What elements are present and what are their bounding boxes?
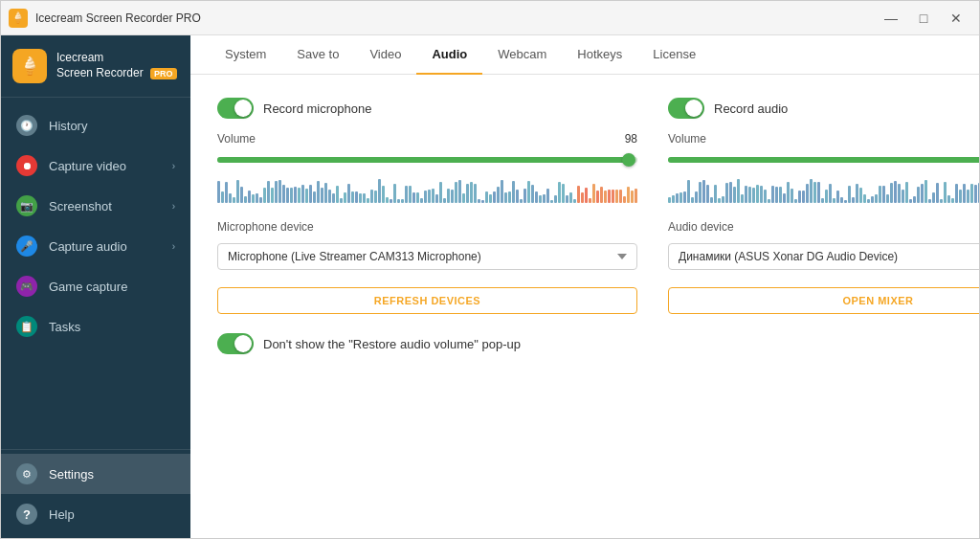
sidebar-item-capture-video[interactable]: ⏺ Capture video › [1,146,190,186]
sidebar-label-history: History [49,119,87,133]
chevron-icon-screenshot: › [172,201,175,212]
microphone-section: Record microphone Volume 98 [217,98,637,314]
maximize-button[interactable]: □ [908,5,939,32]
chevron-icon-capture-video: › [172,161,175,171]
tab-webcam[interactable]: Webcam [482,35,562,75]
sidebar-item-capture-audio[interactable]: 🎤 Capture audio › [1,226,190,266]
mic-device-label: Microphone device [217,220,637,234]
sidebar-logo: 🍦 [12,49,47,83]
sidebar-label-settings: Settings [49,467,94,482]
game-capture-icon: 🎮 [16,276,37,297]
sidebar-item-history[interactable]: 🕐 History [1,105,190,146]
mic-toggle-row: Record microphone [217,98,637,119]
tab-save-to[interactable]: Save to [281,35,354,75]
sidebar-label-tasks: Tasks [49,320,80,334]
audio-section: Record audio Volume 100 [668,98,979,314]
audio-toggle-label: Record audio [714,101,788,116]
audio-slider-container[interactable] [668,157,979,163]
mic-volume-row: Volume 98 [217,132,637,146]
mic-toggle[interactable] [217,98,254,119]
settings-icon: ⚙ [16,463,37,484]
app-name-line1: Icecream [56,51,177,66]
mic-waveform [217,176,637,203]
audio-two-col: Record microphone Volume 98 [217,98,979,314]
capture-video-icon: ⏺ [16,155,37,176]
tab-license[interactable]: License [637,35,711,75]
mic-volume-value: 98 [611,132,637,146]
audio-slider-fill [668,157,979,163]
audio-toggle[interactable] [668,98,704,119]
title-bar-left: 🍦 Icecream Screen Recorder PRO [9,9,201,28]
sidebar-app-name: Icecream Screen Recorder PRO [56,51,177,80]
sidebar-item-screenshot[interactable]: 📷 Screenshot › [1,186,190,226]
sidebar-item-help[interactable]: ? Help [1,494,190,534]
mic-slider-thumb [622,153,635,167]
tab-hotkeys[interactable]: Hotkeys [562,35,637,75]
mic-slider-fill [217,157,629,163]
tab-system[interactable]: System [210,35,281,75]
sidebar-label-screenshot: Screenshot [49,199,112,213]
sidebar-header: 🍦 Icecream Screen Recorder PRO [1,35,190,98]
mic-toggle-label: Record microphone [263,101,371,116]
title-bar: 🍦 Icecream Screen Recorder PRO — □ ✕ [1,1,979,35]
close-button[interactable]: ✕ [941,5,971,32]
audio-device-label: Audio device [668,220,979,234]
app-window: 🍦 Icecream Screen Recorder PRO — □ ✕ 🍦 I… [0,0,980,539]
tab-audio[interactable]: Audio [416,35,482,75]
sidebar-label-capture-video: Capture video [49,159,126,173]
minimize-button[interactable]: — [876,5,906,32]
audio-volume-label: Volume [668,132,711,146]
title-bar-title: Icecream Screen Recorder PRO [35,11,201,25]
audio-device-select[interactable]: Динамики (ASUS Xonar DG Audio Device) [668,243,979,270]
sidebar-item-tasks[interactable]: 📋 Tasks [1,306,190,347]
title-bar-controls: — □ ✕ [876,5,971,32]
restore-audio-toggle[interactable] [217,333,254,354]
sidebar-label-help: Help [49,507,75,522]
sidebar-item-game-capture[interactable]: 🎮 Game capture [1,266,190,306]
audio-toggle-row: Record audio [668,98,979,119]
screenshot-icon: 📷 [16,195,37,216]
sidebar-label-game-capture: Game capture [49,280,127,294]
audio-volume-row: Volume 100 [668,132,979,146]
refresh-devices-button[interactable]: REFRESH DEVICES [217,287,637,314]
history-icon: 🕐 [16,115,37,136]
mic-volume-label: Volume [217,132,260,146]
capture-audio-icon: 🎤 [16,236,37,257]
tab-video[interactable]: Video [354,35,416,75]
app-name-line2: Screen Recorder PRO [56,66,177,81]
tabs-bar: System Save to Video Audio Webcam Hotkey… [190,35,979,75]
sidebar-item-settings[interactable]: ⚙ Settings [1,454,190,494]
app-icon: 🍦 [9,9,28,28]
sidebar-label-capture-audio: Capture audio [49,239,127,254]
mic-slider-container[interactable] [217,157,637,163]
open-mixer-button[interactable]: OPEN MIXER [668,287,979,314]
sidebar: 🍦 Icecream Screen Recorder PRO 🕐 History [1,35,190,538]
restore-audio-label: Don't show the "Restore audio volume" po… [263,337,521,351]
content-area: System Save to Video Audio Webcam Hotkey… [190,35,979,538]
sidebar-bottom: ⚙ Settings ? Help [1,449,190,538]
chevron-icon-capture-audio: › [172,241,175,252]
pro-badge: PRO [150,68,177,79]
bottom-toggle-row: Don't show the "Restore audio volume" po… [217,333,979,354]
audio-waveform [668,176,979,203]
main-area: 🍦 Icecream Screen Recorder PRO 🕐 History [1,35,979,538]
mic-device-select[interactable]: Microphone (Live Streamer CAM313 Microph… [217,243,637,270]
help-icon: ? [16,504,37,525]
sidebar-nav: 🕐 History ⏺ Capture video › 📷 Screenshot… [1,98,190,449]
tasks-icon: 📋 [16,316,37,337]
audio-panel: Record microphone Volume 98 [190,75,979,538]
